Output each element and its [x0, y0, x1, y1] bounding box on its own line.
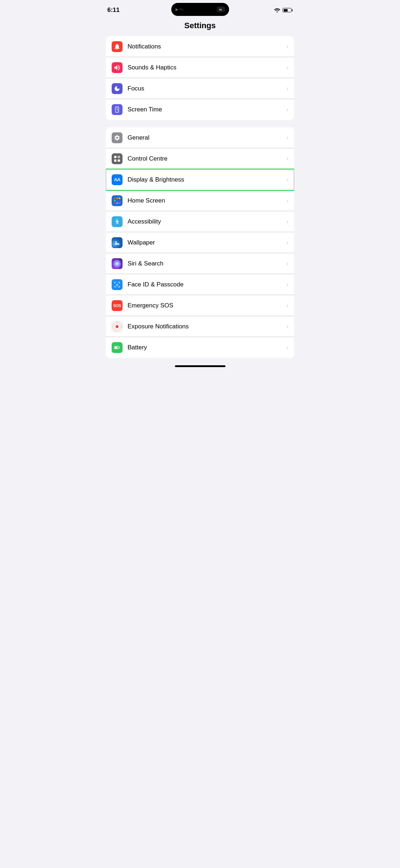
- faceid-icon: [112, 279, 122, 290]
- general-chevron: ›: [287, 135, 288, 141]
- appletv-logo: tv: [219, 8, 222, 11]
- homescreen-icon: [112, 195, 122, 206]
- siri-icon: [112, 258, 122, 269]
- status-icons: [274, 8, 293, 13]
- exposure-label: Exposure Notifications: [128, 323, 284, 330]
- controlcentre-label: Control Centre: [128, 155, 284, 162]
- displaybrightness-chevron: ›: [287, 176, 288, 183]
- general-label: General: [128, 134, 284, 141]
- siri-chevron: ›: [287, 260, 288, 267]
- wallpaper-chevron: ›: [287, 239, 288, 246]
- svg-rect-4: [118, 159, 120, 162]
- svg-rect-10: [115, 346, 118, 348]
- emergencysos-chevron: ›: [287, 302, 288, 309]
- home-indicator: [175, 365, 225, 367]
- controlcentre-icon: [112, 153, 122, 164]
- screentime-row[interactable]: Screen Time ›: [106, 99, 294, 120]
- svg-rect-3: [114, 159, 117, 162]
- dynamic-island-left: ▶ TV: [176, 8, 184, 11]
- controlcentre-row[interactable]: Control Centre ›: [106, 148, 294, 169]
- screentime-icon: [112, 104, 122, 115]
- siri-row[interactable]: Siri & Search ›: [106, 253, 294, 274]
- sounds-row[interactable]: Sounds & Haptics ›: [106, 57, 294, 78]
- emergencysos-icon: SOS: [112, 300, 122, 311]
- svg-point-6: [119, 157, 119, 157]
- displaybrightness-icon: AA: [112, 174, 122, 185]
- svg-point-7: [117, 219, 118, 220]
- homescreen-label: Home Screen: [128, 197, 284, 204]
- displaybrightness-row[interactable]: AA Display & Brightness ›: [106, 169, 294, 190]
- notifications-chevron: ›: [287, 43, 288, 50]
- battery-chevron: ›: [287, 344, 288, 351]
- notifications-row[interactable]: Notifications ›: [106, 36, 294, 57]
- sounds-icon: [112, 62, 122, 73]
- notifications-label: Notifications: [128, 43, 284, 50]
- displaybrightness-label: Display & Brightness: [128, 176, 284, 183]
- focus-label: Focus: [128, 85, 284, 92]
- wallpaper-label: Wallpaper: [128, 239, 284, 246]
- controlcentre-chevron: ›: [287, 156, 288, 162]
- accessibility-label: Accessibility: [128, 218, 284, 225]
- general-row[interactable]: General ›: [106, 127, 294, 148]
- svg-point-8: [115, 241, 117, 242]
- battery-row[interactable]: Battery ›: [106, 337, 294, 358]
- faceid-chevron: ›: [287, 281, 288, 288]
- wallpaper-row[interactable]: Wallpaper ›: [106, 232, 294, 253]
- screentime-chevron: ›: [287, 106, 288, 113]
- general-icon: [112, 132, 122, 143]
- dynamic-island: ▶ TV tv: [171, 3, 229, 16]
- settings-group-2: General › Control Centre › AA Display & …: [106, 127, 294, 358]
- sounds-chevron: ›: [287, 64, 288, 71]
- battery-label: Battery: [128, 344, 284, 351]
- exposure-dots: [112, 322, 122, 332]
- battery-status-icon: [283, 8, 293, 12]
- homescreen-row[interactable]: Home Screen ›: [106, 190, 294, 211]
- notifications-icon: [112, 41, 122, 52]
- accessibility-chevron: ›: [287, 218, 288, 225]
- page-title: Settings: [100, 18, 300, 36]
- accessibility-icon: [112, 216, 122, 227]
- status-bar: 6:11 ▶ TV tv: [100, 0, 300, 18]
- svg-rect-11: [119, 347, 120, 348]
- exposure-chevron: ›: [287, 323, 288, 330]
- appletv-button[interactable]: tv: [217, 7, 225, 12]
- emergencysos-row[interactable]: SOS Emergency SOS ›: [106, 295, 294, 316]
- faceid-label: Face ID & Passcode: [128, 281, 284, 288]
- exposure-icon: [112, 321, 122, 332]
- focus-chevron: ›: [287, 85, 288, 92]
- svg-rect-1: [114, 156, 117, 158]
- accessibility-row[interactable]: Accessibility ›: [106, 211, 294, 232]
- battery-icon-settings: [112, 342, 122, 353]
- siri-orb: [113, 260, 121, 267]
- faceid-row[interactable]: Face ID & Passcode ›: [106, 274, 294, 295]
- focus-row[interactable]: Focus ›: [106, 78, 294, 99]
- focus-icon: [112, 83, 122, 94]
- screentime-label: Screen Time: [128, 106, 284, 113]
- status-time: 6:11: [107, 7, 120, 14]
- wifi-icon: [274, 8, 280, 13]
- emergencysos-label: Emergency SOS: [128, 302, 284, 309]
- siri-label: Siri & Search: [128, 260, 284, 267]
- settings-group-1: Notifications › Sounds & Haptics › Focus…: [106, 36, 294, 120]
- sounds-label: Sounds & Haptics: [128, 64, 284, 71]
- homescreen-chevron: ›: [287, 197, 288, 204]
- exposure-row[interactable]: Exposure Notifications ›: [106, 316, 294, 337]
- wallpaper-icon: [112, 237, 122, 248]
